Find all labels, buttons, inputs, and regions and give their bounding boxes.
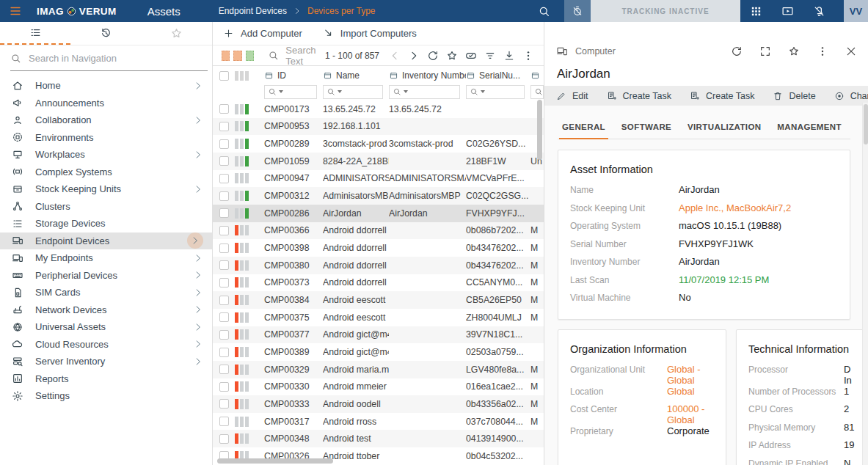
- caret-down-icon[interactable]: [481, 90, 485, 93]
- row-checkbox[interactable]: [219, 382, 229, 392]
- row-checkbox[interactable]: [219, 365, 229, 374]
- table-row-CMP00366[interactable]: CMP00366Android ddorrell0b086b7202...M: [213, 222, 544, 240]
- row-checkbox[interactable]: [219, 348, 229, 357]
- table-row-CMP00377[interactable]: CMP00377Android gict@m4...39V7N18C1...: [213, 326, 544, 344]
- table-row-CMP00330[interactable]: CMP00330Android mmeier016ea1cae2...M: [213, 378, 544, 396]
- column-filter-input-1[interactable]: [323, 85, 383, 99]
- chevron-right-icon[interactable]: [193, 356, 203, 367]
- tab-virtualization[interactable]: VIRTUALIZATION: [685, 118, 765, 139]
- table-row-CMP00373[interactable]: CMP00373Android ddorrellCC5ANYM0...M: [213, 274, 544, 292]
- menu-icon[interactable]: [9, 4, 22, 18]
- sidebar-item-environments[interactable]: Environments: [0, 129, 212, 147]
- sidebar-item-peripherial-devices[interactable]: Peripherial Devices: [0, 267, 212, 285]
- row-checkbox[interactable]: [219, 278, 229, 288]
- row-checkbox[interactable]: [219, 104, 229, 114]
- chevron-right-icon[interactable]: [190, 235, 200, 246]
- sidebar-item-my-endpoints[interactable]: My Endpoints: [0, 249, 212, 267]
- tab-management[interactable]: MANAGEMENT: [774, 118, 845, 139]
- breadcrumb-current[interactable]: Devices per Type: [307, 6, 376, 16]
- column-header-overflow[interactable]: [530, 71, 544, 81]
- row-checkbox[interactable]: [219, 417, 229, 426]
- notifications-muted-icon[interactable]: [813, 5, 825, 18]
- sidebar-item-settings[interactable]: Settings: [0, 387, 212, 405]
- create-task-button[interactable]: Create Task: [607, 91, 671, 101]
- sidebar-tab-navigation[interactable]: [0, 22, 70, 45]
- detail-scrollbar-thumb[interactable]: [864, 104, 868, 144]
- table-row-CMP00398[interactable]: CMP00398Android ddorrell0b43476202...M: [213, 239, 544, 257]
- table-row-CMP00312[interactable]: CMP00312AdminisatorsMBPAdminisatorsMBPC0…: [213, 187, 544, 205]
- table-row-CMP00329[interactable]: CMP00329Android maria.mi...LGV480fe8a...…: [213, 361, 544, 378]
- close-icon[interactable]: [845, 45, 857, 57]
- sidebar-item-network-devices[interactable]: Network Devices: [0, 301, 212, 319]
- row-checkbox[interactable]: [219, 174, 229, 183]
- field-value[interactable]: 100000 - Global: [667, 403, 714, 425]
- row-checkbox[interactable]: [219, 156, 229, 166]
- row-checkbox[interactable]: [219, 330, 229, 340]
- row-checkbox[interactable]: [219, 399, 229, 409]
- import-computers-button[interactable]: Import Computers: [323, 28, 417, 39]
- chevron-right-icon[interactable]: [193, 184, 203, 194]
- list-search-placeholder[interactable]: Search Text: [285, 45, 325, 67]
- table-row-CMP00333[interactable]: CMP00333Android oodell0b43356a02...M: [213, 395, 544, 413]
- sidebar-item-reports[interactable]: Reports: [0, 370, 212, 388]
- caret-down-icon[interactable]: [404, 90, 408, 93]
- sidebar-item-home[interactable]: Home: [0, 77, 212, 95]
- row-checkbox[interactable]: [219, 260, 229, 270]
- chevron-right-icon[interactable]: [193, 304, 203, 315]
- search-icon[interactable]: [268, 50, 279, 61]
- chevron-right-icon[interactable]: [193, 150, 203, 160]
- favorite-view-icon[interactable]: [446, 50, 458, 62]
- table-row-CMP00286[interactable]: CMP00286AirJordanAirJordanFVHXP9YFJ...: [213, 205, 544, 222]
- row-checkbox[interactable]: [219, 122, 229, 131]
- column-filter-input-3[interactable]: [466, 85, 525, 99]
- sidebar-item-universal-assets[interactable]: Universal Assets: [0, 318, 212, 336]
- status-chip-red-1[interactable]: [222, 51, 230, 61]
- more-options-icon[interactable]: [522, 50, 534, 62]
- row-checkbox[interactable]: [219, 296, 229, 305]
- sidebar-item-cloud-resources[interactable]: Cloud Resources: [0, 336, 212, 354]
- chevron-right-icon[interactable]: [193, 253, 203, 263]
- caret-down-icon[interactable]: [338, 90, 342, 93]
- chevron-right-icon[interactable]: [193, 115, 203, 125]
- sidebar-tab-favorites[interactable]: [142, 22, 212, 45]
- row-checkbox[interactable]: [219, 244, 229, 253]
- sidebar-item-server-inventory[interactable]: Server Inventory: [0, 353, 212, 370]
- field-value[interactable]: Apple Inc., MacBookAir7,2: [679, 202, 791, 213]
- vertical-scrollbar[interactable]: [537, 100, 542, 160]
- column-filter-input-2[interactable]: [389, 85, 460, 99]
- status-chip-green[interactable]: [246, 51, 254, 61]
- table-row-CMP00173[interactable]: CMP0017313.65.245.7213.65.245.72: [213, 100, 544, 118]
- prev-page-icon[interactable]: [389, 50, 401, 62]
- refresh-icon[interactable]: [427, 50, 439, 62]
- change-status-button[interactable]: Change Status: [834, 91, 868, 101]
- row-checkbox[interactable]: [219, 208, 229, 218]
- tracking-toggle[interactable]: [564, 0, 591, 22]
- row-checkbox[interactable]: [219, 226, 229, 235]
- table-row-CMP01059[interactable]: CMP010598284-22A_218BF...218BF1WUn: [213, 153, 544, 170]
- brand-logo[interactable]: IMAG VERUM: [37, 6, 117, 17]
- sidebar-item-clusters[interactable]: Clusters: [0, 198, 212, 216]
- select-all-checkbox[interactable]: [219, 71, 229, 81]
- sidebar-item-endpoint-devices[interactable]: Endpoint Devices: [0, 232, 212, 250]
- tab-general[interactable]: GENERAL: [559, 118, 608, 139]
- sidebar-tab-history[interactable]: [70, 22, 141, 45]
- field-value[interactable]: Global: [667, 386, 695, 397]
- sidebar-item-complex-systems[interactable]: Complex Systems: [0, 164, 212, 181]
- chevron-right-icon[interactable]: [193, 270, 203, 280]
- table-row-CMP00317[interactable]: CMP00317Android rross037c708044...M: [213, 413, 544, 431]
- favorite-icon[interactable]: [788, 45, 800, 57]
- caret-down-icon[interactable]: [279, 90, 283, 93]
- column-header-name[interactable]: Name: [323, 70, 389, 81]
- column-filter-input-overflow[interactable]: [530, 85, 544, 99]
- sidebar-item-stock-keeping-units[interactable]: Stock Keeping Units: [0, 180, 212, 198]
- column-header-id[interactable]: ID: [264, 70, 323, 81]
- column-header-inventory-number[interactable]: Inventory Number ...: [389, 70, 466, 81]
- status-chip-red-2[interactable]: [233, 51, 241, 61]
- column-header-serialnu[interactable]: SerialNu...: [466, 70, 530, 81]
- filter-icon[interactable]: [484, 50, 496, 62]
- tracking-control[interactable]: TRACKING INACTIVE: [564, 0, 740, 22]
- table-row-CMP00953[interactable]: CMP00953192.168.1.101: [213, 118, 544, 136]
- multi-select-icon[interactable]: [465, 50, 477, 62]
- sidebar-item-workplaces[interactable]: Workplaces: [0, 146, 212, 164]
- breadcrumb-parent[interactable]: Endpoint Devices: [219, 6, 287, 16]
